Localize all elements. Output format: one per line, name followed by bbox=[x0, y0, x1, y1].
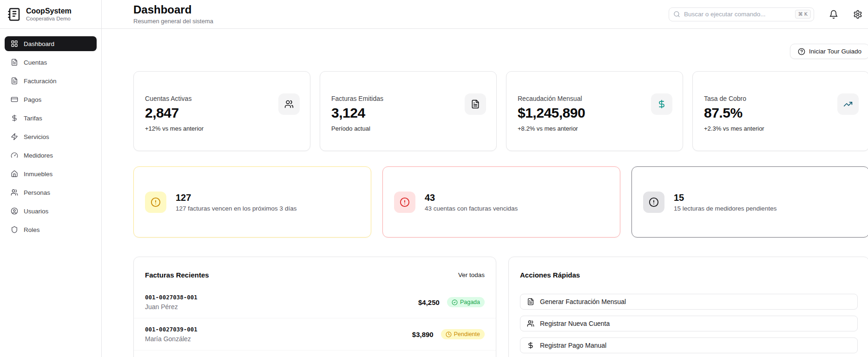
invoice-amount: $4,250 bbox=[418, 298, 440, 306]
stat-subtext: +12% vs mes anterior bbox=[145, 125, 299, 132]
settings-button[interactable] bbox=[853, 10, 862, 19]
invoice-status-badge: Pendiente bbox=[441, 329, 485, 339]
stat-subtext: +8.2% vs mes anterior bbox=[518, 125, 671, 132]
quick-action-button[interactable]: Registrar Pago Manual bbox=[520, 337, 858, 353]
stat-card: Cuentas Activas 2,847 +12% vs mes anteri… bbox=[133, 71, 310, 151]
sidebar-item[interactable]: Inmuebles bbox=[5, 166, 97, 181]
sidebar-item[interactable]: Pagos bbox=[5, 92, 97, 107]
dollar-sign-icon bbox=[11, 114, 18, 122]
quick-actions-panel: Acciones Rápidas Generar Facturación Men… bbox=[508, 257, 868, 357]
sidebar-item[interactable]: Dashboard bbox=[5, 36, 97, 51]
invoice-customer: Juan Pérez bbox=[145, 303, 197, 311]
stat-subtext: +2.3% vs mes anterior bbox=[704, 125, 858, 132]
quick-action-label: Registrar Pago Manual bbox=[540, 342, 606, 349]
quick-actions-title: Acciones Rápidas bbox=[520, 271, 580, 279]
alert-card[interactable]: 127 127 facturas vencen en los próximos … bbox=[133, 166, 371, 238]
circle-alert-icon bbox=[151, 197, 161, 207]
app-root: CoopSystem Cooperativa Demo Dashboard Cu… bbox=[0, 0, 868, 357]
trending-up-icon bbox=[843, 99, 853, 109]
stat-card: Tasa de Cobro 87.5% +2.3% vs mes anterio… bbox=[692, 71, 868, 151]
stat-value: $1,245,890 bbox=[518, 105, 671, 121]
sidebar-item-label: Facturación bbox=[24, 78, 57, 85]
circle-user-icon bbox=[11, 207, 18, 215]
stat-label: Tasa de Cobro bbox=[704, 95, 858, 102]
alert-card[interactable]: 43 43 cuentas con facturas vencidas bbox=[382, 166, 620, 238]
gear-icon bbox=[853, 10, 862, 19]
users-icon bbox=[284, 99, 294, 109]
stat-label: Cuentas Activas bbox=[145, 95, 299, 102]
alert-count: 15 bbox=[674, 192, 776, 203]
notifications-button[interactable] bbox=[829, 10, 838, 19]
alerts-row: 127 127 facturas vencen en los próximos … bbox=[133, 166, 868, 238]
alert-description: 43 cuentas con facturas vencidas bbox=[425, 205, 518, 212]
users-icon bbox=[11, 189, 18, 196]
start-tour-label: Iniciar Tour Guiado bbox=[809, 48, 861, 55]
sidebar-item[interactable]: Usuarios bbox=[5, 204, 97, 218]
sidebar-item[interactable]: Medidores bbox=[5, 148, 97, 163]
quick-action-label: Generar Facturación Mensual bbox=[540, 298, 626, 305]
invoice-row[interactable]: 001-0027039-001 María González $3,890 Pe… bbox=[134, 318, 496, 350]
file-text-icon bbox=[11, 77, 18, 85]
sidebar-item[interactable]: Servicios bbox=[5, 129, 97, 144]
alert-description: 15 lecturas de medidores pendientes bbox=[674, 205, 776, 212]
sidebar-item-label: Inmuebles bbox=[24, 171, 53, 178]
stat-value: 87.5% bbox=[704, 105, 858, 121]
dashboard-content: Iniciar Tour Guiado Cuentas Activas 2,84… bbox=[133, 29, 868, 357]
stat-value: 3,124 bbox=[331, 105, 485, 121]
shield-icon bbox=[11, 226, 18, 233]
sidebar-item[interactable]: Tarifas bbox=[5, 111, 97, 126]
invoice-status-badge: Pagada bbox=[447, 297, 485, 307]
brand: CoopSystem Cooperativa Demo bbox=[0, 0, 101, 29]
recent-invoices-panel: Facturas Recientes Ver todas 001-0027038… bbox=[133, 257, 496, 357]
stats-row: Cuentas Activas 2,847 +12% vs mes anteri… bbox=[133, 71, 868, 151]
stat-label: Facturas Emitidas bbox=[331, 95, 485, 102]
credit-card-icon bbox=[11, 96, 18, 103]
sidebar-item[interactable]: Cuentas bbox=[5, 55, 97, 70]
quick-action-button[interactable]: Generar Facturación Mensual bbox=[520, 294, 858, 310]
house-icon bbox=[11, 170, 18, 178]
quick-actions-list: Generar Facturación Mensual Registrar Nu… bbox=[509, 294, 868, 353]
search-input[interactable] bbox=[669, 7, 814, 21]
bell-icon bbox=[829, 10, 838, 19]
gauge-icon bbox=[11, 152, 18, 159]
invoice-number: 001-0027038-001 bbox=[145, 294, 197, 301]
ledger-logo-icon bbox=[7, 7, 21, 21]
invoice-row[interactable]: 001-0027038-001 Juan Pérez $4,250 Pagada bbox=[134, 286, 496, 318]
view-all-link[interactable]: Ver todas bbox=[458, 271, 485, 278]
alert-card[interactable]: 15 15 lecturas de medidores pendientes bbox=[631, 166, 868, 238]
sidebar-item[interactable]: Personas bbox=[5, 185, 97, 200]
circle-alert-icon bbox=[649, 197, 659, 207]
sidebar: CoopSystem Cooperativa Demo Dashboard Cu… bbox=[0, 0, 102, 357]
brand-name: CoopSystem bbox=[26, 7, 72, 15]
sidebar-item-label: Servicios bbox=[24, 133, 49, 140]
quick-action-button[interactable]: Registrar Nueva Cuenta bbox=[520, 316, 858, 331]
sidebar-item-label: Personas bbox=[24, 189, 50, 196]
clock-icon bbox=[446, 331, 452, 337]
start-tour-button[interactable]: Iniciar Tour Guiado bbox=[790, 44, 868, 59]
recent-invoices-title: Facturas Recientes bbox=[145, 271, 209, 279]
sidebar-item-label: Usuarios bbox=[24, 208, 48, 215]
sidebar-item[interactable]: Roles bbox=[5, 222, 97, 237]
layout-grid-icon bbox=[11, 40, 18, 47]
circle-check-icon bbox=[452, 299, 458, 305]
search-icon bbox=[673, 11, 680, 18]
stat-card: Facturas Emitidas 3,124 Período actual bbox=[320, 71, 497, 151]
alert-description: 127 facturas vencen en los próximos 3 dí… bbox=[176, 205, 296, 212]
sidebar-item-label: Cuentas bbox=[24, 59, 47, 66]
page-subtitle: Resumen general del sistema bbox=[133, 18, 213, 25]
sidebar-nav: Dashboard Cuentas Facturación Pagos bbox=[0, 29, 101, 245]
dollar-sign-icon bbox=[657, 99, 666, 109]
sidebar-item[interactable]: Facturación bbox=[5, 73, 97, 88]
users-icon bbox=[527, 320, 534, 327]
brand-tagline: Cooperativa Demo bbox=[26, 16, 72, 21]
help-circle-icon bbox=[798, 48, 805, 55]
sidebar-item-label: Pagos bbox=[24, 96, 41, 103]
file-text-icon bbox=[11, 59, 18, 66]
sidebar-item-label: Medidores bbox=[24, 152, 53, 159]
top-header: Dashboard Resumen general del sistema ⌘ … bbox=[102, 0, 868, 29]
stat-card: Recaudación Mensual $1,245,890 +8.2% vs … bbox=[506, 71, 683, 151]
stat-subtext: Período actual bbox=[331, 125, 485, 132]
command-search: ⌘ K bbox=[669, 7, 814, 21]
quick-action-label: Registrar Nueva Cuenta bbox=[540, 320, 610, 327]
sidebar-item-label: Roles bbox=[24, 226, 40, 233]
